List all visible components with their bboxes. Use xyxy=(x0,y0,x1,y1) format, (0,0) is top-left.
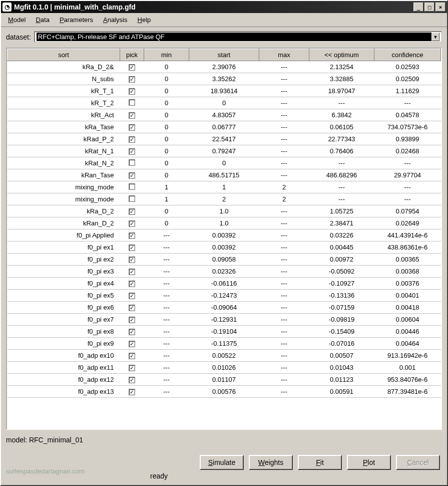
checkbox-icon[interactable]: ✓ xyxy=(129,124,135,131)
checkbox-icon[interactable]: ✓ xyxy=(129,269,135,275)
checkbox-icon[interactable]: ✓ xyxy=(129,281,135,287)
title-bar[interactable]: ◔ Mgfit 0.1.0 | minimal_with_clamp.gfd _… xyxy=(1,1,447,13)
cell-pick[interactable] xyxy=(120,157,144,169)
cell-pick[interactable]: ✓ xyxy=(120,362,144,374)
cell-pick[interactable]: ✓ xyxy=(120,278,144,290)
table-row[interactable]: f0_pi ex1✓---0.00392---0.00445438.86361e… xyxy=(8,241,441,254)
cell-pick[interactable]: ✓ xyxy=(120,266,144,278)
cell-pick[interactable]: ✓ xyxy=(120,61,144,73)
cell-pick[interactable]: ✓ xyxy=(120,241,144,254)
cell-pick[interactable]: ✓ xyxy=(120,314,144,326)
table-row[interactable]: f0_pi ex5✓----0.12473----0.131360.00401 xyxy=(8,290,441,302)
cell-pick[interactable]: ✓ xyxy=(120,350,144,362)
checkbox-icon[interactable]: ✓ xyxy=(129,365,135,371)
col-sort[interactable]: sort xyxy=(8,49,120,61)
checkbox-icon[interactable]: ✓ xyxy=(129,136,135,143)
table-row[interactable]: f0_pi ex8✓----0.19104----0.154090.00446 xyxy=(8,326,441,338)
table-row[interactable]: f0_pi Applied✓---0.00392---0.03226441.43… xyxy=(8,229,441,241)
cell-pick[interactable]: ✓ xyxy=(120,73,144,85)
menu-analysis[interactable]: Analysis xyxy=(99,15,131,25)
checkbox-icon[interactable]: ✓ xyxy=(129,172,135,179)
table-row[interactable]: f0_pi ex6✓----0.09064----0.071590.00418 xyxy=(8,302,441,314)
table-row[interactable]: f0_pi ex7✓----0.12931----0.098190.00604 xyxy=(8,314,441,326)
table-row[interactable]: f0_adp ex12✓---0.01107---0.01123953.8407… xyxy=(8,374,441,386)
checkbox-icon[interactable]: ✓ xyxy=(129,208,135,215)
cell-pick[interactable]: ✓ xyxy=(120,121,144,133)
cell-pick[interactable]: ✓ xyxy=(120,217,144,229)
cell-pick[interactable] xyxy=(120,181,144,193)
menu-data[interactable]: Data xyxy=(32,15,53,25)
checkbox-icon[interactable]: ✓ xyxy=(129,245,135,251)
cell-pick[interactable]: ✓ xyxy=(120,133,144,145)
checkbox-icon[interactable]: ✓ xyxy=(129,64,135,71)
checkbox-icon[interactable]: ✓ xyxy=(129,220,135,227)
cell-pick[interactable]: ✓ xyxy=(120,254,144,266)
cell-pick[interactable]: ✓ xyxy=(120,326,144,338)
col-start[interactable]: start xyxy=(189,49,259,61)
weights-button[interactable]: Weights xyxy=(249,455,293,470)
checkbox-icon[interactable]: ✓ xyxy=(129,232,135,239)
menu-parameters[interactable]: Parameters xyxy=(56,15,97,25)
checkbox-icon[interactable]: ✓ xyxy=(129,317,135,323)
table-row[interactable]: f0_adp ex13✓---0.00576---0.00591877.3948… xyxy=(8,386,441,398)
checkbox-icon[interactable]: ✓ xyxy=(129,257,135,263)
table-row[interactable]: f0_pi ex4✓----0.06116----0.109270.00376 xyxy=(8,278,441,290)
cell-pick[interactable] xyxy=(120,97,144,109)
checkbox-icon[interactable] xyxy=(129,159,135,166)
table-row[interactable]: kR_T_1✓018.93614---18.970471.11629 xyxy=(8,85,441,97)
table-row[interactable]: f0_adp ex10✓---0.00522---0.00507913.1694… xyxy=(8,350,441,362)
col-confidence[interactable]: confidence xyxy=(374,49,441,61)
minimize-button[interactable]: _ xyxy=(413,3,423,12)
checkbox-icon[interactable] xyxy=(129,183,135,190)
table-row[interactable]: mixing_mode112------ xyxy=(8,181,441,193)
checkbox-icon[interactable]: ✓ xyxy=(129,377,135,383)
simulate-button[interactable]: Simulate xyxy=(200,455,244,470)
cell-pick[interactable]: ✓ xyxy=(120,205,144,217)
checkbox-icon[interactable]: ✓ xyxy=(129,305,135,311)
table-row[interactable]: kRa_D_2✓01.0---1.057250.07954 xyxy=(8,205,441,217)
cell-pick[interactable]: ✓ xyxy=(120,85,144,97)
cell-pick[interactable]: ✓ xyxy=(120,109,144,121)
checkbox-icon[interactable]: ✓ xyxy=(129,76,135,83)
checkbox-icon[interactable]: ✓ xyxy=(129,353,135,359)
table-row[interactable]: kRa_D_2&✓02.39076---2.132540.02593 xyxy=(8,61,441,73)
table-row[interactable]: mixing_mode122------ xyxy=(8,193,441,205)
table-row[interactable]: kRad_P_2✓022.5417---22.773430.93899 xyxy=(8,133,441,145)
checkbox-icon[interactable]: ✓ xyxy=(129,148,135,155)
cell-pick[interactable]: ✓ xyxy=(120,145,144,157)
col-max[interactable]: max xyxy=(259,49,309,61)
table-row[interactable]: kRat_N_1✓00.79247---0.764060.02468 xyxy=(8,145,441,157)
cell-pick[interactable]: ✓ xyxy=(120,229,144,241)
cell-pick[interactable]: ✓ xyxy=(120,169,144,181)
close-button[interactable]: × xyxy=(435,3,445,12)
chevron-down-icon[interactable]: ▼ xyxy=(431,33,439,41)
cell-pick[interactable] xyxy=(120,193,144,205)
cell-pick[interactable]: ✓ xyxy=(120,290,144,302)
table-row[interactable]: N_subs✓03.35262---3.328850.02509 xyxy=(8,73,441,85)
table-row[interactable]: f0_pi ex2✓---0.09058---0.009720.00365 xyxy=(8,254,441,266)
checkbox-icon[interactable]: ✓ xyxy=(129,329,135,335)
checkbox-icon[interactable]: ✓ xyxy=(129,112,135,119)
cell-pick[interactable]: ✓ xyxy=(120,302,144,314)
table-row[interactable]: kRan_Tase✓0486.51715---486.6829629.97704 xyxy=(8,169,441,181)
checkbox-icon[interactable]: ✓ xyxy=(129,88,135,95)
table-row[interactable]: kRat_N_200--------- xyxy=(8,157,441,169)
table-row[interactable]: f0_pi ex3✓---0.02326----0.050920.00368 xyxy=(8,266,441,278)
table-row[interactable]: kRan_D_2✓01.0---2.384710.02649 xyxy=(8,217,441,229)
cancel-button[interactable]: Cancel xyxy=(396,455,440,470)
checkbox-icon[interactable] xyxy=(129,99,135,106)
fit-button[interactable]: Fit xyxy=(298,455,342,470)
menu-model[interactable]: Model xyxy=(4,15,30,25)
checkbox-icon[interactable]: ✓ xyxy=(129,341,135,347)
checkbox-icon[interactable]: ✓ xyxy=(129,293,135,299)
table-row[interactable]: kRt_Act✓04.83057---6.38420.04578 xyxy=(8,109,441,121)
col-pick[interactable]: pick xyxy=(120,49,144,61)
cell-pick[interactable]: ✓ xyxy=(120,338,144,350)
table-row[interactable]: kR_T_200--------- xyxy=(8,97,441,109)
col-min[interactable]: min xyxy=(144,49,189,61)
cell-pick[interactable]: ✓ xyxy=(120,386,144,398)
table-row[interactable]: f0_pi ex9✓----0.11375----0.070160.00464 xyxy=(8,338,441,350)
plot-button[interactable]: Plot xyxy=(347,455,391,470)
cell-pick[interactable]: ✓ xyxy=(120,374,144,386)
maximize-button[interactable]: □ xyxy=(424,3,434,12)
